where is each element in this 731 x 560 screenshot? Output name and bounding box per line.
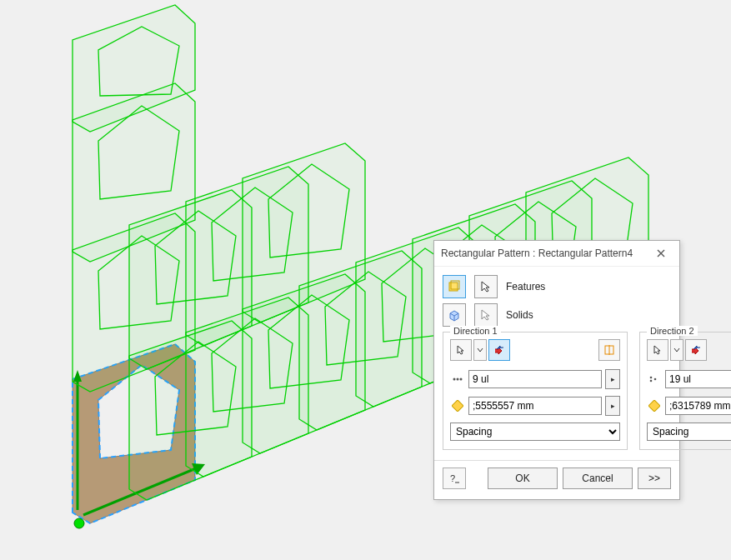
arrow-cursor-icon (479, 280, 493, 293)
solid-filter-icon (448, 308, 461, 322)
dialog-titlebar[interactable]: Rectangular Pattern : Rectangular Patter… (434, 241, 679, 267)
arrow-cursor-icon (456, 345, 466, 355)
dir1-count-spinner[interactable]: ▸ (605, 369, 620, 389)
ok-button[interactable]: OK (488, 468, 558, 489)
chevron-down-icon (477, 347, 483, 353)
svg-rect-44 (452, 400, 463, 412)
close-button[interactable] (649, 244, 673, 262)
direction2-group: Direction 2 ▸ ▸ (639, 332, 731, 450)
dialog-title: Rectangular Pattern : Rectangular Patter… (441, 248, 649, 259)
svg-point-41 (453, 378, 456, 381)
feature-filter-icon (448, 280, 461, 293)
dir2-mode-select[interactable]: Spacing (647, 422, 731, 441)
dir1-flip-button[interactable] (488, 339, 510, 361)
help-button[interactable]: ? (443, 468, 466, 489)
expand-label: >> (648, 472, 660, 484)
select-solids-button[interactable] (474, 303, 498, 327)
direction1-label: Direction 1 (450, 326, 501, 336)
midplane-icon (603, 344, 615, 356)
svg-point-47 (650, 377, 653, 379)
direction1-group: Direction 1 ▸ ▸ (443, 332, 628, 450)
dir1-spacing-input[interactable] (468, 397, 602, 415)
cancel-label: Cancel (582, 472, 613, 484)
arrow-cursor-icon (479, 308, 493, 322)
pattern-features-filter-button[interactable] (443, 275, 466, 298)
svg-text:?: ? (450, 473, 455, 483)
svg-point-48 (650, 380, 653, 382)
pattern-solids-filter-button[interactable] (443, 303, 466, 327)
dir2-spacing-input[interactable] (665, 397, 731, 415)
dir1-pick-dropdown[interactable] (473, 339, 487, 361)
dir2-pick-button[interactable] (647, 339, 668, 361)
count-icon (647, 375, 662, 383)
expand-button[interactable]: >> (638, 468, 671, 489)
dir1-mode-select[interactable]: Spacing (450, 422, 620, 441)
rectangular-pattern-dialog: Rectangular Pattern : Rectangular Patter… (433, 240, 680, 500)
dir1-count-input[interactable] (468, 370, 602, 388)
count-icon (450, 375, 465, 383)
ok-label: OK (515, 472, 529, 484)
svg-point-43 (460, 378, 463, 381)
flip-direction-icon (690, 344, 702, 356)
dir1-pick-button[interactable] (450, 339, 472, 361)
dir1-midplane-button[interactable] (598, 339, 620, 361)
direction2-label: Direction 2 (647, 326, 698, 336)
length-icon (647, 400, 662, 412)
dir2-count-input[interactable] (665, 370, 731, 388)
svg-point-49 (654, 378, 657, 381)
close-icon (657, 249, 665, 258)
chevron-down-icon (673, 347, 680, 353)
select-features-button[interactable] (474, 275, 498, 298)
dir2-pick-dropdown[interactable] (670, 339, 683, 361)
svg-rect-50 (648, 400, 660, 412)
dir2-flip-button[interactable] (685, 339, 707, 361)
length-icon (450, 400, 465, 412)
flip-direction-icon (493, 344, 505, 356)
dir1-spacing-spinner[interactable]: ▸ (605, 396, 620, 416)
solids-label: Solids (506, 309, 533, 321)
features-label: Features (506, 281, 545, 292)
cancel-button[interactable]: Cancel (563, 468, 633, 489)
help-icon: ? (448, 472, 460, 484)
arrow-cursor-icon (653, 345, 663, 355)
svg-point-42 (457, 378, 459, 381)
svg-point-8 (74, 518, 84, 528)
